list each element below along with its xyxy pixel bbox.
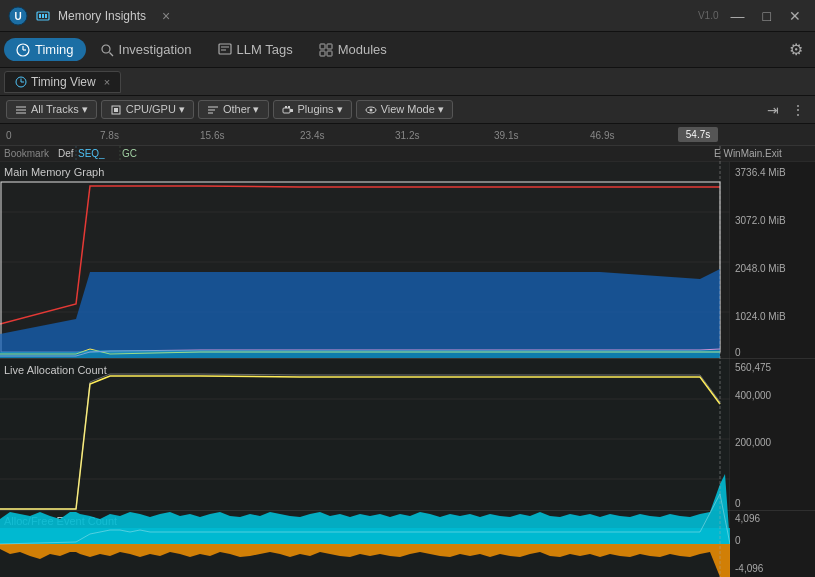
other-label: Other ▾ — [223, 103, 260, 116]
cpu-gpu-label: CPU/GPU ▾ — [126, 103, 185, 116]
svg-rect-5 — [45, 14, 47, 18]
tracks-icon — [15, 104, 27, 116]
svg-text:0: 0 — [735, 535, 741, 546]
more-menu-button[interactable]: ⋮ — [787, 100, 809, 120]
nav-bar: Timing Investigation LLM Tags Modules ⚙ — [0, 32, 815, 68]
plugins-button[interactable]: Plugins ▾ — [273, 100, 352, 119]
svg-marker-71 — [0, 269, 720, 358]
nav-timing-label: Timing — [35, 42, 74, 57]
svg-text:Main Memory Graph: Main Memory Graph — [4, 166, 104, 178]
svg-rect-16 — [320, 51, 325, 56]
svg-text:7.8s: 7.8s — [100, 130, 119, 141]
nav-modules-label: Modules — [338, 42, 387, 57]
svg-text:U: U — [14, 11, 21, 22]
tab-bar: Timing View × — [0, 68, 815, 96]
nav-llm-tags[interactable]: LLM Tags — [206, 38, 305, 61]
ue-logo-icon: U — [8, 6, 28, 26]
svg-text:0: 0 — [6, 130, 12, 141]
title-bar-controls: V1.0 — □ ✕ — [698, 7, 807, 25]
svg-text:39.1s: 39.1s — [494, 130, 518, 141]
cpu-gpu-button[interactable]: CPU/GPU ▾ — [101, 100, 194, 119]
nav-modules[interactable]: Modules — [307, 38, 399, 61]
view-mode-label: View Mode ▾ — [381, 103, 444, 116]
svg-text:46.9s: 46.9s — [590, 130, 614, 141]
nav-timing[interactable]: Timing — [4, 38, 86, 61]
cpu-icon — [110, 104, 122, 116]
svg-text:Bookmark: Bookmark — [4, 148, 50, 159]
svg-rect-74 — [0, 359, 730, 511]
timing-view-close[interactable]: × — [104, 76, 110, 88]
svg-point-9 — [102, 45, 110, 53]
svg-rect-4 — [42, 14, 44, 18]
tag-icon — [218, 43, 232, 57]
svg-text:200,000: 200,000 — [735, 437, 772, 448]
svg-rect-14 — [320, 44, 325, 49]
title-bar: U Memory Insights × V1.0 — □ ✕ — [0, 0, 815, 32]
maximize-button[interactable]: □ — [757, 7, 777, 25]
svg-rect-15 — [327, 44, 332, 49]
svg-text:3736.4 MiB: 3736.4 MiB — [735, 167, 786, 178]
timeline-area: 0 7.8s 15.6s 23.4s 31.2s 39.1s 46.9s 54.… — [0, 124, 815, 577]
svg-text:15.6s: 15.6s — [200, 130, 224, 141]
timing-tab-icon — [15, 76, 27, 88]
svg-text:SEQ_: SEQ_ — [78, 148, 105, 159]
svg-marker-72 — [0, 350, 720, 358]
all-tracks-label: All Tracks ▾ — [31, 103, 88, 116]
svg-text:GC: GC — [122, 148, 137, 159]
svg-rect-29 — [283, 108, 290, 113]
svg-text:560,475: 560,475 — [735, 362, 772, 373]
toolbar-right: ⇥ ⋮ — [763, 100, 809, 120]
svg-rect-31 — [285, 106, 287, 108]
grid-icon — [319, 43, 333, 57]
timing-view-label: Timing View — [31, 75, 96, 89]
app-title: Memory Insights — [58, 9, 146, 23]
svg-text:-4,096: -4,096 — [735, 563, 764, 574]
svg-rect-25 — [114, 108, 118, 112]
svg-text:0: 0 — [735, 498, 741, 509]
svg-text:31.2s: 31.2s — [395, 130, 419, 141]
nav-investigation-label: Investigation — [119, 42, 192, 57]
svg-rect-32 — [288, 106, 290, 108]
svg-text:Live Allocation Count: Live Allocation Count — [4, 364, 107, 376]
svg-text:400,000: 400,000 — [735, 390, 772, 401]
settings-icon[interactable]: ⚙ — [781, 36, 811, 63]
svg-point-34 — [369, 108, 372, 111]
plugins-label: Plugins ▾ — [298, 103, 343, 116]
svg-rect-64 — [730, 162, 815, 359]
svg-text:23.4s: 23.4s — [300, 130, 324, 141]
svg-text:2048.0 MiB: 2048.0 MiB — [735, 263, 786, 274]
nav-investigation[interactable]: Investigation — [88, 38, 204, 61]
other-icon — [207, 104, 219, 116]
svg-rect-11 — [219, 44, 231, 54]
svg-rect-3 — [39, 14, 41, 18]
plugins-icon — [282, 104, 294, 116]
svg-text:0: 0 — [735, 347, 741, 358]
svg-text:E WinMain.Exit: E WinMain.Exit — [714, 148, 782, 159]
svg-rect-80 — [730, 359, 815, 511]
title-bar-left: U Memory Insights × — [8, 6, 170, 26]
clock-icon — [16, 43, 30, 57]
pin-button[interactable]: ⇥ — [763, 100, 783, 120]
svg-line-10 — [109, 52, 113, 56]
svg-text:54.7s: 54.7s — [686, 129, 710, 140]
title-tab-close[interactable]: × — [162, 8, 170, 24]
view-mode-button[interactable]: View Mode ▾ — [356, 100, 453, 119]
all-tracks-button[interactable]: All Tracks ▾ — [6, 100, 97, 119]
toolbar: All Tracks ▾ CPU/GPU ▾ Other ▾ Plugins ▾… — [0, 96, 815, 124]
svg-text:1024.0 MiB: 1024.0 MiB — [735, 311, 786, 322]
svg-text:Def: Def — [58, 148, 74, 159]
svg-rect-17 — [327, 51, 332, 56]
other-button[interactable]: Other ▾ — [198, 100, 269, 119]
main-chart: 0 7.8s 15.6s 23.4s 31.2s 39.1s 46.9s 54.… — [0, 124, 815, 577]
memory-tab-icon — [36, 9, 50, 23]
svg-text:3072.0 MiB: 3072.0 MiB — [735, 215, 786, 226]
minimize-button[interactable]: — — [725, 7, 751, 25]
svg-rect-30 — [290, 109, 293, 112]
magnify-icon — [100, 43, 114, 57]
eye-icon — [365, 104, 377, 116]
timing-view-tab[interactable]: Timing View × — [4, 71, 121, 93]
nav-llm-tags-label: LLM Tags — [237, 42, 293, 57]
version-label: V1.0 — [698, 10, 719, 21]
close-button[interactable]: ✕ — [783, 7, 807, 25]
svg-text:4,096: 4,096 — [735, 513, 760, 524]
